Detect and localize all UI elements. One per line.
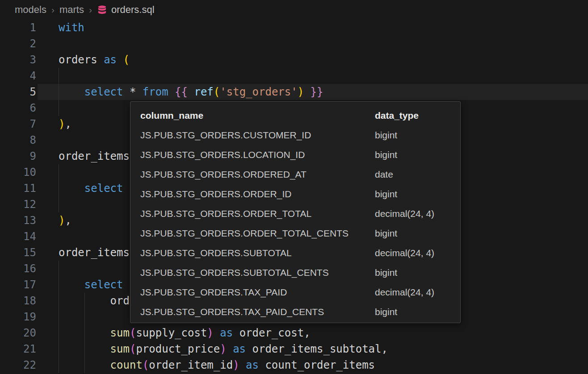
- line-number[interactable]: 2: [0, 37, 36, 50]
- data-type-cell: decimal(24, 4): [375, 287, 434, 298]
- code-token: (: [130, 327, 136, 339]
- line-content[interactable]: select: [36, 182, 123, 195]
- column-row: JS.PUB.STG_ORDERS.ORDER_TOTALdecimal(24,…: [130, 204, 460, 224]
- data-type-cell: decimal(24, 4): [375, 208, 434, 219]
- code-token: ): [59, 118, 65, 130]
- indent-guide: [59, 164, 59, 180]
- column-name-cell: JS.PUB.STG_ORDERS.TAX_PAID: [140, 287, 375, 298]
- column-row: JS.PUB.STG_ORDERS.LOCATION_IDbigint: [130, 145, 460, 165]
- line-content[interactable]: order_items: [36, 150, 130, 162]
- column-row: JS.PUB.STG_ORDERS.CUSTOMER_IDbigint: [130, 125, 460, 145]
- data-type-cell: bigint: [375, 189, 397, 199]
- line-number[interactable]: 9: [0, 150, 36, 162]
- line-number[interactable]: 14: [0, 230, 36, 243]
- indent-guide: [59, 180, 59, 196]
- line-content[interactable]: with: [36, 21, 84, 34]
- column-name-cell: JS.PUB.STG_ORDERS.ORDER_ID: [140, 189, 375, 199]
- line-number[interactable]: 17: [0, 278, 36, 291]
- line-number[interactable]: 1: [0, 21, 36, 34]
- code-token: order_items: [59, 246, 130, 259]
- line-number[interactable]: 4: [0, 70, 36, 82]
- line-number[interactable]: 12: [0, 198, 36, 211]
- code-token: ): [220, 343, 226, 355]
- line-number[interactable]: 22: [0, 359, 36, 371]
- code-token: orders: [59, 54, 104, 66]
- line-number[interactable]: 11: [0, 182, 36, 195]
- line-content[interactable]: ord: [36, 295, 130, 307]
- breadcrumb-item-marts[interactable]: marts: [59, 4, 84, 16]
- line-number[interactable]: 20: [0, 327, 36, 339]
- line-number[interactable]: 5: [0, 86, 36, 98]
- column-row: JS.PUB.STG_ORDERS.TAX_PAID_CENTSbigint: [130, 302, 460, 322]
- code-token: [117, 54, 123, 66]
- line-content[interactable]: ),: [36, 214, 71, 227]
- code-line-22: 22 count(order_item_id) as count_order_i…: [0, 357, 588, 373]
- code-token: [227, 343, 233, 355]
- column-name-cell: JS.PUB.STG_ORDERS.TAX_PAID_CENTS: [140, 307, 375, 317]
- line-number[interactable]: 16: [0, 262, 36, 275]
- breadcrumb-separator: ›: [51, 4, 55, 15]
- code-token: ): [233, 359, 239, 371]
- line-number[interactable]: 18: [0, 295, 36, 307]
- code-token: order_cost: [239, 327, 304, 339]
- code-token: select: [84, 278, 123, 291]
- code-token: {{: [175, 86, 188, 98]
- indent-guide: [59, 261, 59, 277]
- code-token: [246, 343, 252, 355]
- code-line-4: 4: [0, 68, 588, 84]
- code-token: ,: [65, 214, 71, 227]
- line-number[interactable]: 19: [0, 311, 36, 323]
- popup-header-row: column_namedata_type: [130, 106, 460, 125]
- code-token: [123, 86, 130, 98]
- line-content[interactable]: orders as (: [36, 54, 130, 66]
- code-token: [188, 86, 194, 98]
- data-type-cell: bigint: [375, 267, 397, 278]
- breadcrumb-separator: ›: [89, 4, 92, 15]
- line-content[interactable]: sum(supply_cost) as order_cost,: [36, 327, 311, 339]
- indent-guide: [84, 309, 85, 325]
- code-token: [168, 86, 175, 98]
- column-name-cell: JS.PUB.STG_ORDERS.ORDER_TOTAL_CENTS: [140, 228, 375, 239]
- line-number[interactable]: 21: [0, 343, 36, 355]
- line-content[interactable]: select * from {{ ref('stg_orders') }}: [36, 86, 323, 98]
- indent-guide: [59, 309, 59, 325]
- code-token: (: [143, 359, 149, 371]
- breadcrumb-file[interactable]: orders.sql: [111, 4, 155, 16]
- indent-guide: [84, 357, 85, 373]
- code-token: [304, 86, 310, 98]
- code-token: [233, 327, 239, 339]
- code-line-20: 20 sum(supply_cost) as order_cost,: [0, 325, 588, 341]
- code-token: order_item_id: [149, 359, 233, 371]
- column-row: JS.PUB.STG_ORDERS.TAX_PAIDdecimal(24, 4): [130, 283, 460, 302]
- line-number[interactable]: 15: [0, 246, 36, 259]
- column-row: JS.PUB.STG_ORDERS.SUBTOTALdecimal(24, 4): [130, 243, 460, 263]
- line-content[interactable]: sum(product_price) as order_items_subtot…: [36, 343, 388, 355]
- code-token: product_price: [136, 343, 220, 355]
- code-token: ,: [65, 118, 71, 130]
- line-content[interactable]: count(order_item_id) as count_order_item…: [36, 359, 375, 371]
- code-token: ): [207, 327, 213, 339]
- line-content[interactable]: ),: [36, 118, 71, 130]
- code-token: sum: [110, 327, 130, 339]
- indent-guide: [84, 341, 85, 357]
- column-info-popup: column_namedata_typeJS.PUB.STG_ORDERS.CU…: [130, 101, 461, 323]
- line-number[interactable]: 13: [0, 214, 36, 227]
- code-token: ord: [110, 295, 130, 307]
- code-token: 'stg_orders': [220, 86, 297, 98]
- line-number[interactable]: 10: [0, 166, 36, 179]
- code-line-21: 21 sum(product_price) as order_items_sub…: [0, 341, 588, 357]
- column-row: JS.PUB.STG_ORDERS.ORDERED_ATdate: [130, 165, 460, 184]
- line-content[interactable]: select: [36, 278, 123, 291]
- line-number[interactable]: 8: [0, 134, 36, 146]
- line-number[interactable]: 7: [0, 118, 36, 130]
- line-number[interactable]: 3: [0, 54, 36, 66]
- column-name-cell: JS.PUB.STG_ORDERS.SUBTOTAL_CENTS: [140, 267, 375, 278]
- code-token: ): [298, 86, 304, 98]
- code-token: ref: [194, 86, 213, 98]
- indent-guide: [59, 84, 59, 100]
- code-token: count_order_items: [265, 359, 375, 371]
- line-number[interactable]: 6: [0, 102, 36, 114]
- breadcrumb-item-models[interactable]: models: [15, 4, 46, 16]
- line-content[interactable]: order_items: [36, 246, 130, 259]
- code-token: order_items_subtotal: [252, 343, 382, 355]
